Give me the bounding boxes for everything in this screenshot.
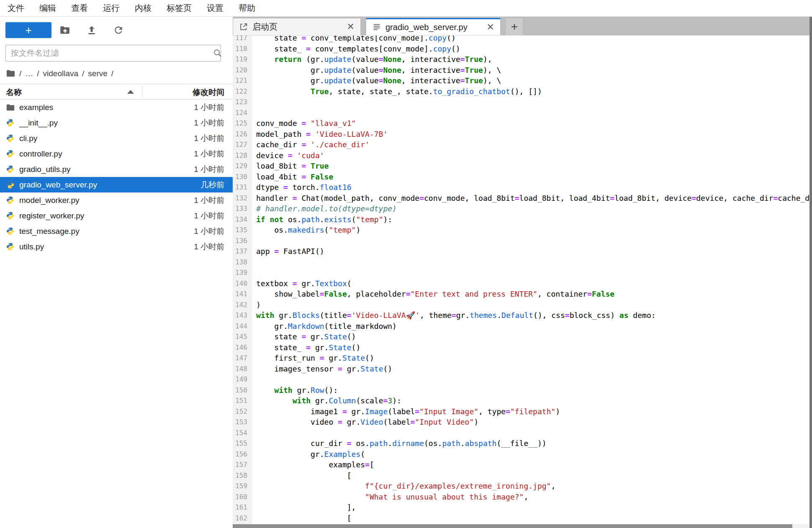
breadcrumb-segment-0[interactable]: … (25, 69, 33, 78)
code-line: 160 "What is unusual about this image?", (233, 492, 809, 502)
sort-ascending-icon[interactable] (127, 90, 134, 94)
breadcrumb-segment-2[interactable]: serve (88, 69, 107, 78)
code-line: 144 gr.Markdown(title_markdown) (233, 321, 809, 332)
line-content: with gr.Column(scale=3): (252, 395, 809, 406)
line-number: 155 (233, 438, 252, 449)
file-row-utils-py[interactable]: utils.py1 小时前 (0, 239, 233, 254)
file-row-model-worker-py[interactable]: model_worker.py1 小时前 (0, 192, 233, 208)
line-number: 149 (233, 374, 252, 385)
line-content: show_label=False, placeholder="Enter tex… (252, 289, 809, 300)
line-content: model_path = 'Video-LLaVA-7B' (252, 129, 809, 140)
code-editor[interactable]: 117 state = conv_templates[conv_mode].co… (233, 35, 812, 528)
file-modified-time: 1 小时前 (194, 102, 233, 113)
menu-item-kernel[interactable]: 内核 (127, 0, 159, 16)
file-row-gradio-utils-py[interactable]: gradio_utils.py1 小时前 (0, 161, 233, 177)
line-content: dtype = torch.float16 (252, 182, 809, 193)
line-content (252, 108, 809, 118)
menu-item-view[interactable]: 查看 (64, 0, 95, 16)
new-tab-button[interactable]: + (506, 18, 523, 35)
breadcrumb-segment-1[interactable]: videollava (43, 69, 79, 78)
menu-item-help[interactable]: 帮助 (231, 0, 263, 16)
code-line: 138 (233, 257, 809, 268)
breadcrumb-items: /…/videollava/serve/ (19, 69, 113, 78)
file-modified-time: 1 小时前 (194, 241, 233, 252)
code-line: 149 (233, 374, 809, 385)
menu-bar: 文件编辑查看运行内核标签页设置帮助 (0, 0, 812, 17)
vertical-scrollbar[interactable] (809, 17, 812, 528)
horizontal-scrollbar[interactable] (233, 524, 809, 528)
code-line: 141 show_label=False, placeholder="Enter… (233, 289, 809, 300)
tab-launcher[interactable]: 启动页✕ (233, 18, 361, 35)
file-name: cli.py (19, 134, 194, 143)
tab-gradio-web-server[interactable]: gradio_web_server.py✕ (366, 18, 501, 35)
file-modified-time: 几秒前 (200, 179, 233, 190)
line-content (252, 257, 809, 268)
name-column-header[interactable]: 名称 (6, 87, 22, 98)
line-number: 136 (233, 236, 252, 246)
line-number: 150 (233, 385, 252, 396)
line-content: [ (252, 470, 809, 481)
code-pane[interactable]: 117 state = conv_templates[conv_mode].co… (233, 36, 809, 528)
menu-item-file[interactable]: 文件 (0, 0, 32, 16)
upload-button[interactable] (78, 22, 105, 38)
line-content: examples=[ (252, 459, 809, 470)
line-content: with gr.Row(): (252, 385, 809, 396)
menu-item-run[interactable]: 运行 (95, 0, 127, 16)
line-content: cur_dir = os.path.dirname(os.path.abspat… (252, 438, 809, 449)
code-line: 126model_path = 'Video-LLaVA-7B' (233, 129, 809, 140)
menu-item-settings[interactable]: 设置 (199, 0, 231, 16)
breadcrumb: /…/videollava/serve/ (6, 69, 227, 78)
line-number: 125 (233, 118, 252, 129)
code-line: 156 gr.Examples( (233, 449, 809, 460)
code-line: 153 video = gr.Video(label="Input Video"… (233, 417, 809, 428)
file-modified-time: 1 小时前 (194, 118, 233, 128)
line-number: 142 (233, 300, 252, 310)
line-content: "What is unusual about this image?", (252, 492, 809, 502)
file-row-test-message-py[interactable]: test_message.py1 小时前 (0, 223, 233, 239)
file-name: examples (19, 103, 194, 112)
code-line: 142) (233, 300, 809, 310)
code-line: 154 (233, 428, 809, 438)
new-launcher-button[interactable]: + (5, 22, 51, 38)
file-browser: + /…/video (0, 17, 233, 528)
code-line: 140textbox = gr.Textbox( (233, 278, 809, 289)
breadcrumb-separator: / (82, 69, 84, 78)
file-row-examples[interactable]: examples1 小时前 (0, 100, 233, 115)
line-content: with gr.Blocks(title='Video-LLaVA🚀', the… (252, 310, 809, 321)
file-row-cli-py[interactable]: cli.py1 小时前 (0, 131, 233, 146)
home-folder-icon[interactable] (6, 69, 15, 78)
filter-files-input[interactable] (5, 45, 221, 62)
file-row-register-worker-py[interactable]: register_worker.py1 小时前 (0, 208, 233, 223)
refresh-button[interactable] (105, 22, 132, 38)
code-line: 119 return (gr.update(value=None, intera… (233, 54, 809, 65)
menu-item-edit[interactable]: 编辑 (32, 0, 64, 16)
python-file-icon (6, 118, 15, 128)
line-number: 160 (233, 492, 252, 502)
code-line: 132handler = Chat(model_path, conv_mode=… (233, 193, 809, 204)
line-content (252, 236, 809, 246)
line-number: 132 (233, 193, 252, 204)
line-content: [ (252, 513, 809, 524)
file-row-controller-py[interactable]: controller.py1 小时前 (0, 146, 233, 161)
python-file-icon (6, 149, 15, 159)
search-icon (213, 49, 222, 58)
code-line: 143with gr.Blocks(title='Video-LLaVA🚀', … (233, 310, 809, 321)
code-line: 148 images_tensor = gr.State() (233, 364, 809, 374)
line-content: f"{cur_dir}/examples/extreme_ironing.jpg… (252, 481, 809, 492)
file-row--init-py[interactable]: __init__.py1 小时前 (0, 115, 233, 131)
line-number: 141 (233, 289, 252, 300)
new-folder-button[interactable] (51, 22, 78, 38)
line-number: 145 (233, 331, 252, 342)
menu-item-tabs[interactable]: 标签页 (159, 0, 199, 16)
file-row-gradio-web-server-py[interactable]: gradio_web_server.py几秒前 (0, 177, 233, 192)
horizontal-scrollbar-thumb[interactable] (233, 524, 792, 528)
code-line: 145 state = gr.State() (233, 331, 809, 342)
close-icon[interactable]: ✕ (344, 19, 360, 35)
file-modified-time: 1 小时前 (194, 149, 233, 159)
line-number: 144 (233, 321, 252, 332)
line-content: textbox = gr.Textbox( (252, 278, 809, 289)
close-icon[interactable]: ✕ (483, 19, 500, 35)
line-number: 128 (233, 150, 252, 161)
modified-column-header[interactable]: 修改时间 (193, 87, 224, 98)
code-line: 157 examples=[ (233, 459, 809, 470)
